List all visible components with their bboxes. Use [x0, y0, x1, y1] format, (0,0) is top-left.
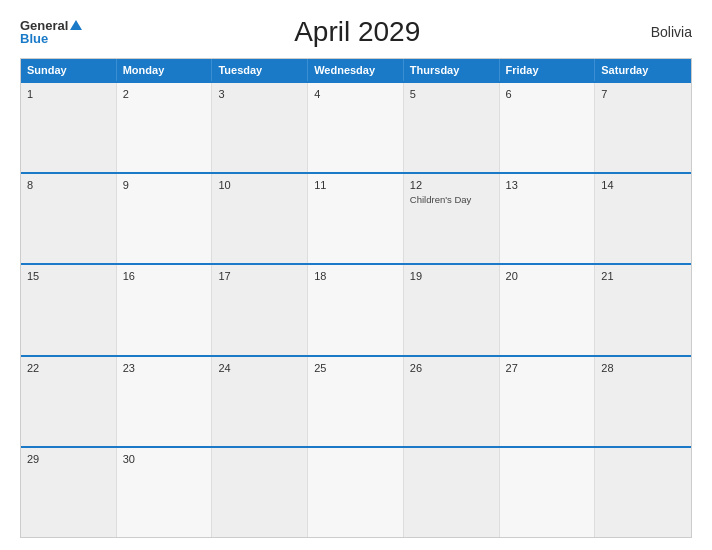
- header-cell-saturday: Saturday: [595, 59, 691, 81]
- page: General Blue April 2029 Bolivia SundayMo…: [0, 0, 712, 550]
- cal-cell: [308, 448, 404, 537]
- logo-blue-text: Blue: [20, 32, 82, 45]
- calendar-header-row: SundayMondayTuesdayWednesdayThursdayFrid…: [21, 59, 691, 81]
- week-row-1: 1234567: [21, 81, 691, 172]
- cal-cell: 12Children's Day: [404, 174, 500, 263]
- day-number: 27: [506, 362, 589, 374]
- cal-cell: 15: [21, 265, 117, 354]
- cal-cell: 22: [21, 357, 117, 446]
- cal-cell: 10: [212, 174, 308, 263]
- cal-cell: 30: [117, 448, 213, 537]
- day-number: 10: [218, 179, 301, 191]
- cal-cell: 19: [404, 265, 500, 354]
- logo: General Blue: [20, 19, 82, 45]
- cal-cell: [500, 448, 596, 537]
- day-number: 28: [601, 362, 685, 374]
- cal-cell: 11: [308, 174, 404, 263]
- week-row-5: 2930: [21, 446, 691, 537]
- cal-cell: 4: [308, 83, 404, 172]
- calendar: SundayMondayTuesdayWednesdayThursdayFrid…: [20, 58, 692, 538]
- cal-cell: [595, 448, 691, 537]
- cal-cell: 23: [117, 357, 213, 446]
- header-cell-wednesday: Wednesday: [308, 59, 404, 81]
- cal-cell: 29: [21, 448, 117, 537]
- day-number: 20: [506, 270, 589, 282]
- day-number: 19: [410, 270, 493, 282]
- day-number: 11: [314, 179, 397, 191]
- day-number: 26: [410, 362, 493, 374]
- day-number: 29: [27, 453, 110, 465]
- day-number: 2: [123, 88, 206, 100]
- day-number: 22: [27, 362, 110, 374]
- cal-cell: [404, 448, 500, 537]
- day-number: 1: [27, 88, 110, 100]
- day-number: 23: [123, 362, 206, 374]
- day-number: 9: [123, 179, 206, 191]
- cal-cell: 25: [308, 357, 404, 446]
- cal-cell: 9: [117, 174, 213, 263]
- day-number: 18: [314, 270, 397, 282]
- cal-cell: 13: [500, 174, 596, 263]
- header: General Blue April 2029 Bolivia: [20, 16, 692, 48]
- day-number: 7: [601, 88, 685, 100]
- cal-cell: 18: [308, 265, 404, 354]
- cal-cell: 27: [500, 357, 596, 446]
- header-cell-monday: Monday: [117, 59, 213, 81]
- header-cell-tuesday: Tuesday: [212, 59, 308, 81]
- day-number: 25: [314, 362, 397, 374]
- cal-cell: [212, 448, 308, 537]
- day-number: 6: [506, 88, 589, 100]
- week-row-2: 89101112Children's Day1314: [21, 172, 691, 263]
- country-label: Bolivia: [632, 24, 692, 40]
- cal-cell: 20: [500, 265, 596, 354]
- cal-cell: 3: [212, 83, 308, 172]
- day-number: 5: [410, 88, 493, 100]
- cal-cell: 6: [500, 83, 596, 172]
- day-number: 12: [410, 179, 493, 191]
- cal-cell: 21: [595, 265, 691, 354]
- day-number: 16: [123, 270, 206, 282]
- header-cell-sunday: Sunday: [21, 59, 117, 81]
- cal-cell: 2: [117, 83, 213, 172]
- cal-cell: 26: [404, 357, 500, 446]
- cal-cell: 28: [595, 357, 691, 446]
- day-number: 13: [506, 179, 589, 191]
- week-row-3: 15161718192021: [21, 263, 691, 354]
- day-number: 4: [314, 88, 397, 100]
- header-cell-friday: Friday: [500, 59, 596, 81]
- calendar-title: April 2029: [82, 16, 632, 48]
- event-label: Children's Day: [410, 194, 493, 205]
- header-cell-thursday: Thursday: [404, 59, 500, 81]
- day-number: 14: [601, 179, 685, 191]
- cal-cell: 5: [404, 83, 500, 172]
- logo-triangle-icon: [70, 20, 82, 30]
- cal-cell: 1: [21, 83, 117, 172]
- cal-cell: 24: [212, 357, 308, 446]
- cal-cell: 8: [21, 174, 117, 263]
- day-number: 30: [123, 453, 206, 465]
- cal-cell: 16: [117, 265, 213, 354]
- day-number: 15: [27, 270, 110, 282]
- cal-cell: 14: [595, 174, 691, 263]
- day-number: 24: [218, 362, 301, 374]
- day-number: 21: [601, 270, 685, 282]
- cal-cell: 7: [595, 83, 691, 172]
- day-number: 17: [218, 270, 301, 282]
- week-row-4: 22232425262728: [21, 355, 691, 446]
- calendar-body: 123456789101112Children's Day13141516171…: [21, 81, 691, 537]
- day-number: 3: [218, 88, 301, 100]
- day-number: 8: [27, 179, 110, 191]
- cal-cell: 17: [212, 265, 308, 354]
